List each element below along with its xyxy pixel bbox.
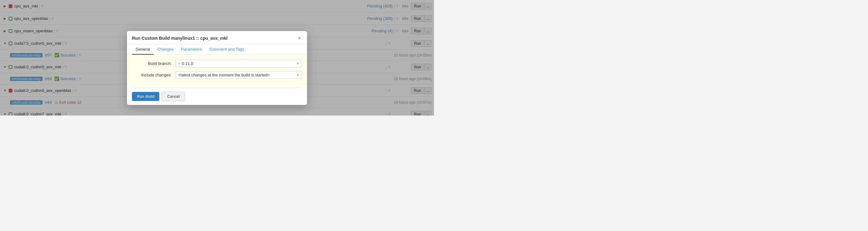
modal-tabs: General Changes Parameters Comment and T… <box>127 45 307 55</box>
chevron-down-icon: ▼ <box>296 73 299 77</box>
branch-icon: ⑂ <box>178 61 181 66</box>
modal-footer: Run Build Cancel <box>127 88 307 105</box>
modal-close-button[interactable]: × <box>297 35 302 41</box>
modal-dialog: Run Custom Build manylinux1 :: cpu_avx_m… <box>127 31 307 105</box>
modal-header: Run Custom Build manylinux1 :: cpu_avx_m… <box>127 31 307 45</box>
cancel-button[interactable]: Cancel <box>162 92 185 101</box>
form-row-build-branch: Build branch: ⑂ 0.11.0 ▼ <box>132 60 302 67</box>
modal-overlay: Run Custom Build manylinux1 :: cpu_avx_m… <box>0 0 434 115</box>
include-changes-label: Include changes: <box>132 73 176 77</box>
build-branch-value: 0.11.0 <box>182 61 193 66</box>
tab-comment-and-tags[interactable]: Comment and Tags <box>206 45 248 55</box>
include-changes-select[interactable]: <latest changes at the moment the build … <box>176 71 302 79</box>
include-changes-control: <latest changes at the moment the build … <box>176 71 302 79</box>
chevron-down-icon: ▼ <box>296 62 299 65</box>
include-changes-value: <latest changes at the moment the build … <box>178 73 270 77</box>
modal-body: Build branch: ⑂ 0.11.0 ▼ Include changes… <box>127 55 307 88</box>
build-branch-select[interactable]: ⑂ 0.11.0 ▼ <box>176 60 302 67</box>
modal-title: Run Custom Build manylinux1 :: cpu_avx_m… <box>132 36 227 41</box>
build-branch-control: ⑂ 0.11.0 ▼ <box>176 60 302 67</box>
form-row-include-changes: Include changes: <latest changes at the … <box>132 71 302 79</box>
tab-general[interactable]: General <box>132 45 154 55</box>
page-wrapper: ▶ cpu_avx_mkl | ▽ Pending (429) | ▽ Idle… <box>0 0 434 115</box>
tab-changes[interactable]: Changes <box>154 45 177 55</box>
run-build-button[interactable]: Run Build <box>132 92 159 101</box>
tab-parameters[interactable]: Parameters <box>177 45 206 55</box>
build-branch-label: Build branch: <box>132 61 176 66</box>
